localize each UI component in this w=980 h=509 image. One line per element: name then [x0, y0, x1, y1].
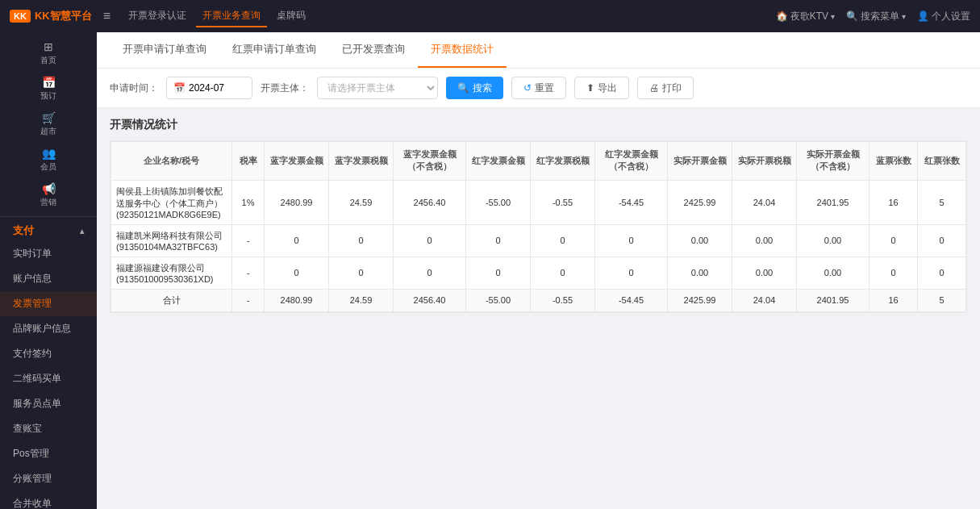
total-label: 合计: [111, 289, 232, 311]
reset-button[interactable]: ↺ 重置: [511, 77, 566, 99]
td-red-amount: 0: [466, 257, 531, 289]
home-nav-label: 首页: [40, 55, 56, 66]
user-venue[interactable]: 🏠 夜歌KTV ▾: [776, 10, 835, 23]
sidebar-item-waiter[interactable]: 服务员点单: [0, 391, 97, 416]
time-input-wrapper[interactable]: 📅: [166, 77, 252, 99]
td-red-notax: 0: [595, 257, 668, 289]
sidebar-item-audit[interactable]: 查账宝: [0, 416, 97, 441]
hamburger-icon[interactable]: ≡: [103, 9, 111, 23]
td-blue-amount: 0: [265, 257, 329, 289]
td-red-notax: -54.45: [595, 180, 668, 224]
venue-label: 夜歌KTV: [790, 10, 828, 23]
top-nav-item-0[interactable]: 开票登录认证: [122, 6, 193, 27]
th-actual-notax: 实际开票金额 （不含税）: [797, 142, 869, 181]
sidebar-item-merge[interactable]: 合并收单: [0, 491, 97, 509]
export-button[interactable]: ⬆ 导出: [574, 77, 629, 99]
print-btn-icon: 🖨: [649, 82, 659, 94]
td-actual-notax: 0.00: [797, 224, 869, 257]
top-nav-item-1[interactable]: 开票业务查询: [196, 6, 267, 27]
total-blue-count: 16: [869, 289, 918, 311]
marketing-nav-label: 营销: [40, 197, 56, 208]
td-blue-amount: 2480.99: [265, 180, 329, 224]
tab-red-query[interactable]: 红票申请订单查询: [219, 32, 329, 68]
td-actual-amount: 0.00: [668, 224, 732, 257]
th-red-amount: 红字发票金额: [466, 142, 531, 181]
tab-issued-query[interactable]: 已开发票查询: [329, 32, 418, 68]
market-nav-icon: 🛒: [42, 111, 56, 124]
td-red-tax: 0: [531, 257, 595, 289]
user-icon: 👤: [917, 10, 929, 22]
td-red-count: 0: [918, 257, 966, 289]
reset-btn-label: 重置: [535, 81, 554, 95]
total-red-count: 5: [918, 289, 966, 311]
search-btn-icon: 🔍: [457, 82, 469, 94]
export-btn-icon: ⬆: [586, 82, 594, 94]
entity-select[interactable]: 请选择开票主体: [317, 77, 438, 99]
td-blue-tax: 0: [329, 257, 394, 289]
search-menu[interactable]: 🔍 搜索菜单 ▾: [846, 10, 906, 23]
td-blue-count: 16: [869, 180, 918, 224]
table-row: 闽侯县上街镇陈加圳餐饮配送服务中心（个体工商户）(92350121MADK8G6…: [111, 180, 966, 224]
home-nav-icon: ⊞: [44, 40, 53, 53]
td-actual-notax: 2401.95: [797, 180, 869, 224]
time-input[interactable]: [189, 82, 245, 94]
logo-icon: KK: [10, 10, 31, 23]
sidebar-icon-booking[interactable]: 📅 预订: [0, 71, 97, 106]
td-actual-amount: 0.00: [668, 257, 732, 289]
time-filter-label: 申请时间：: [110, 81, 158, 95]
td-name: 福建凯米网络科技有限公司(91350104MA32TBFC63): [111, 224, 232, 257]
th-red-count: 红票张数: [918, 142, 966, 181]
td-red-tax: -0.55: [531, 180, 595, 224]
sidebar-item-account[interactable]: 账户信息: [0, 266, 97, 291]
venue-dropdown-icon: ▾: [831, 12, 835, 21]
total-blue-notax: 2456.40: [394, 289, 466, 311]
td-red-amount: -55.00: [466, 180, 531, 224]
td-actual-notax: 0.00: [797, 257, 869, 289]
search-label: 搜索菜单: [861, 10, 899, 23]
sidebar-icon-marketing[interactable]: 📢 营销: [0, 177, 97, 213]
td-actual-tax: 0.00: [732, 257, 797, 289]
td-red-amount: 0: [466, 224, 531, 257]
calendar-icon: 📅: [173, 82, 186, 94]
th-blue-notax: 蓝字发票金额 （不含税）: [394, 142, 466, 181]
td-actual-tax: 0.00: [732, 224, 797, 257]
th-taxrate: 税率: [232, 142, 265, 181]
sidebar: ⊞ 首页 📅 预订 🛒 超市 👥 会员 📢 营销 支付 ▴ 实时订单 账户信息: [0, 32, 97, 509]
stats-table-wrap: 企业名称/税号 税率 蓝字发票金额 蓝字发票税额 蓝字发票金额 （不含税） 红字…: [110, 140, 967, 313]
member-nav-icon: 👥: [42, 147, 56, 160]
search-btn-label: 搜索: [473, 81, 492, 95]
sidebar-icon-home[interactable]: ⊞ 首页: [0, 32, 97, 71]
section-title: 开票情况统计: [110, 118, 967, 132]
search-button[interactable]: 🔍 搜索: [446, 77, 503, 99]
th-blue-amount: 蓝字发票金额: [265, 142, 329, 181]
personal-settings[interactable]: 👤 个人设置: [917, 10, 970, 23]
total-actual-tax: 24.04: [732, 289, 797, 311]
sidebar-icon-market[interactable]: 🛒 超市: [0, 106, 97, 142]
th-red-notax: 红字发票金额 （不含税）: [595, 142, 668, 181]
sub-tabs: 开票申请订单查询 红票申请订单查询 已开发票查询 开票数据统计: [97, 32, 980, 69]
sidebar-item-brand[interactable]: 品牌账户信息: [0, 316, 97, 341]
td-blue-tax: 24.59: [329, 180, 394, 224]
td-red-notax: 0: [595, 224, 668, 257]
sidebar-item-splitbill[interactable]: 分账管理: [0, 466, 97, 491]
print-button[interactable]: 🖨 打印: [637, 77, 694, 99]
member-nav-label: 会员: [40, 161, 56, 173]
logo-text: KK智慧平台: [35, 9, 92, 23]
sidebar-item-pos[interactable]: Pos管理: [0, 441, 97, 466]
tab-apply-query[interactable]: 开票申请订单查询: [110, 32, 219, 68]
booking-nav-label: 预订: [40, 90, 56, 102]
export-btn-label: 导出: [598, 81, 617, 95]
sidebar-item-contract[interactable]: 支付签约: [0, 341, 97, 366]
sidebar-item-invoice[interactable]: 发票管理: [0, 291, 97, 316]
sidebar-item-realtime[interactable]: 实时订单: [0, 241, 97, 266]
tab-data-stats[interactable]: 开票数据统计: [418, 32, 507, 68]
sidebar-pay-label[interactable]: 支付 ▴: [0, 217, 97, 241]
th-actual-tax: 实际开票税额: [732, 142, 797, 181]
th-actual-amount: 实际开票金额: [668, 142, 732, 181]
sidebar-icon-member[interactable]: 👥 会员: [0, 142, 97, 177]
marketing-nav-icon: 📢: [42, 182, 56, 195]
sidebar-item-qrcode[interactable]: 二维码买单: [0, 366, 97, 391]
reset-btn-icon: ↺: [523, 82, 532, 94]
top-nav-item-2[interactable]: 桌牌码: [270, 6, 312, 27]
total-taxrate: -: [232, 289, 265, 311]
